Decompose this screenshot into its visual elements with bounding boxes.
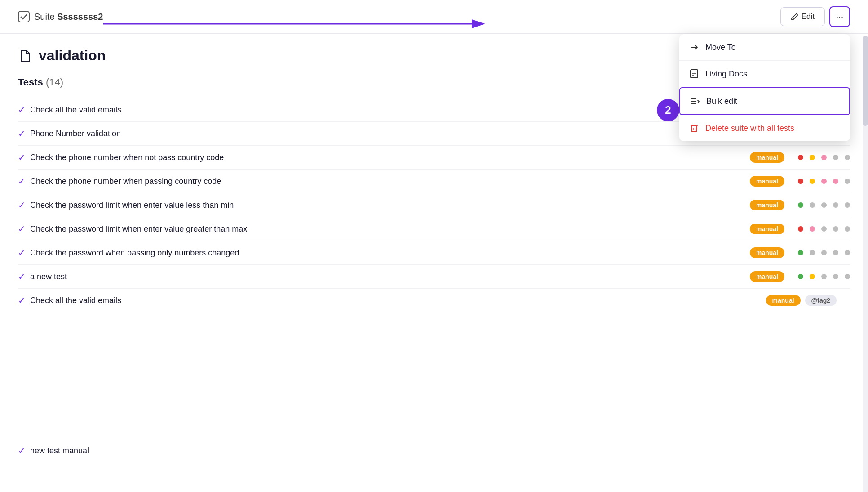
dot xyxy=(810,274,815,279)
dot xyxy=(833,155,838,160)
dot xyxy=(833,274,838,279)
edit-label: Edit xyxy=(802,12,815,21)
manual-tag: manual xyxy=(750,152,784,163)
edit-icon xyxy=(791,13,799,21)
dropdown-delete[interactable]: Delete suite with all tests xyxy=(679,115,850,141)
test-name: Check the password limit when enter valu… xyxy=(30,224,745,234)
dot xyxy=(810,250,815,255)
atag-tag: @tag2 xyxy=(805,295,837,306)
dropdown-bulk-edit[interactable]: Bulk edit xyxy=(679,87,850,115)
dots-area xyxy=(789,250,850,255)
dot xyxy=(833,226,838,232)
edit-button[interactable]: Edit xyxy=(780,7,825,26)
book-icon xyxy=(689,69,699,79)
dot xyxy=(798,202,803,208)
dot xyxy=(821,179,827,184)
test-name: a new test xyxy=(30,272,745,282)
check-icon: ✓ xyxy=(18,224,26,234)
check-icon: ✓ xyxy=(18,271,26,282)
page-title: validation xyxy=(39,47,106,64)
dot xyxy=(833,250,838,255)
test-item: ✓ Check the phone number when not pass c… xyxy=(18,146,850,170)
dot xyxy=(845,155,850,160)
test-name: Check the phone number when passing coun… xyxy=(30,177,745,186)
manual-tag: manual xyxy=(750,200,784,210)
check-icon: ✓ xyxy=(18,445,26,456)
living-docs-label: Living Docs xyxy=(705,69,747,79)
dot xyxy=(810,155,815,160)
dot xyxy=(798,274,803,279)
annotation-circle-2: 2 xyxy=(657,99,679,121)
tests-label: Tests xyxy=(18,76,43,88)
manual-tag: manual xyxy=(750,271,784,282)
header-actions: Edit ··· xyxy=(780,6,850,27)
check-icon: ✓ xyxy=(18,200,26,210)
suite-title-area: Suite Ssssssss2 xyxy=(18,11,103,22)
svg-rect-0 xyxy=(18,11,29,22)
dot xyxy=(821,155,827,160)
test-name: Check all the valid emails xyxy=(30,296,762,305)
test-item: ✓ a new test manual xyxy=(18,265,850,289)
arrow-right-icon xyxy=(689,42,699,52)
dot xyxy=(821,274,827,279)
test-item: ✓ Check the password limit when enter va… xyxy=(18,193,850,217)
bulk-edit-icon xyxy=(690,96,700,106)
dots-area xyxy=(789,155,850,160)
suite-label: Suite Ssssssss2 xyxy=(34,12,103,22)
dot xyxy=(798,179,803,184)
test-name: Check the password when passing only num… xyxy=(30,248,745,258)
test-item: ✓ Check the password limit when enter va… xyxy=(18,217,850,241)
dots-area xyxy=(789,274,850,279)
dot xyxy=(821,226,827,232)
dot xyxy=(845,274,850,279)
svg-marker-1 xyxy=(472,19,485,28)
dot xyxy=(845,202,850,208)
check-icon: ✓ xyxy=(18,128,26,139)
suite-checkbox-icon xyxy=(18,11,30,22)
check-icon: ✓ xyxy=(18,247,26,258)
manual-tag: manual xyxy=(750,224,784,234)
dot xyxy=(798,250,803,255)
test-name: Check the password limit when enter valu… xyxy=(30,201,745,210)
dot xyxy=(810,202,815,208)
scroll-thumb[interactable] xyxy=(863,36,868,126)
move-to-label: Move To xyxy=(705,43,736,52)
dots-area xyxy=(789,202,850,208)
suite-header: Suite Ssssssss2 Edit ··· 1 xyxy=(0,0,868,34)
test-item: ✓ Check the phone number when passing co… xyxy=(18,170,850,193)
check-icon: ✓ xyxy=(18,295,26,306)
dot xyxy=(810,179,815,184)
check-icon: ✓ xyxy=(18,152,26,163)
dot xyxy=(845,179,850,184)
more-label: ··· xyxy=(836,12,844,22)
dots-area xyxy=(789,226,850,232)
check-icon: ✓ xyxy=(18,176,26,187)
dot xyxy=(810,226,815,232)
arrow-annotation xyxy=(103,13,508,37)
manual-tag: manual xyxy=(750,247,784,258)
delete-label: Delete suite with all tests xyxy=(705,124,794,133)
dot xyxy=(821,250,827,255)
test-name: Check all the valid emails xyxy=(30,105,745,115)
dot xyxy=(845,250,850,255)
bulk-edit-label: Bulk edit xyxy=(706,97,737,106)
document-icon xyxy=(18,49,32,63)
dot xyxy=(845,226,850,232)
test-item: ✓ Check all the valid emails manual @tag… xyxy=(18,289,850,312)
test-name: Check the phone number when not pass cou… xyxy=(30,153,745,162)
dropdown-move-to[interactable]: Move To xyxy=(679,34,850,61)
dropdown-living-docs[interactable]: Living Docs xyxy=(679,61,850,87)
manual-tag: manual xyxy=(766,295,801,306)
dots-area xyxy=(789,179,850,184)
dot xyxy=(821,202,827,208)
new-test-item: ✓ new test manual xyxy=(18,445,89,456)
dot xyxy=(798,155,803,160)
test-name: new test manual xyxy=(30,446,89,456)
more-options-button[interactable]: ··· xyxy=(829,6,850,27)
test-item: ✓ Check the password when passing only n… xyxy=(18,241,850,265)
dot xyxy=(833,179,838,184)
tests-count: (14) xyxy=(46,76,63,88)
dot xyxy=(833,202,838,208)
scroll-track[interactable] xyxy=(863,36,868,492)
dropdown-menu: Move To Living Docs Bulk edit xyxy=(679,34,850,141)
